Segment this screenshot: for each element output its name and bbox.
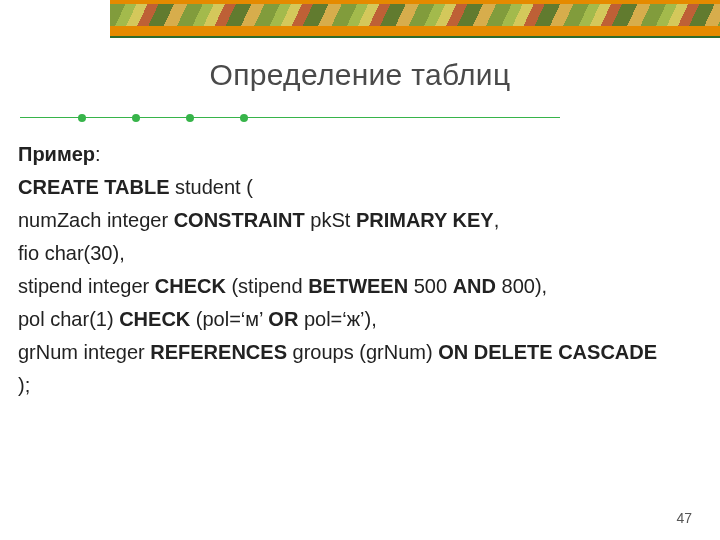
kw-constraint: CONSTRAINT [174, 209, 305, 231]
code-text: 500 [408, 275, 452, 297]
code-text: stipend integer [18, 275, 155, 297]
code-text: grNum integer [18, 341, 150, 363]
kw-on-delete-cascade: ON DELETE CASCADE [438, 341, 657, 363]
code-line: fio char(30), [18, 239, 698, 268]
code-line: ); [18, 371, 698, 400]
band-photo-strip [110, 4, 720, 26]
page-number: 47 [676, 510, 692, 526]
code-line: stipend integer CHECK (stipend BETWEEN 5… [18, 272, 698, 301]
slide-title: Определение таблиц [0, 58, 720, 92]
kw-primary-key: PRIMARY KEY [356, 209, 494, 231]
code-text: groups (grNum) [287, 341, 438, 363]
code-text: , [494, 209, 500, 231]
example-label: Пример [18, 143, 95, 165]
code-text: numZach integer [18, 209, 174, 231]
code-line: numZach integer CONSTRAINT pkSt PRIMARY … [18, 206, 698, 235]
code-text: (stipend [226, 275, 308, 297]
code-text: pkSt [305, 209, 356, 231]
code-text: student ( [169, 176, 252, 198]
divider-line [20, 117, 560, 118]
kw-check: CHECK [155, 275, 226, 297]
kw-and: AND [453, 275, 496, 297]
band-green-line [110, 36, 720, 38]
kw-check: CHECK [119, 308, 190, 330]
example-line: Пример: [18, 140, 698, 169]
code-line: pol char(1) CHECK (pol=‘м’ OR pol=‘ж’), [18, 305, 698, 334]
title-divider [20, 112, 560, 124]
code-text: pol char(1) [18, 308, 119, 330]
divider-bead [186, 114, 194, 122]
code-text: (pol=‘м’ [190, 308, 268, 330]
divider-bead [240, 114, 248, 122]
code-line: CREATE TABLE student ( [18, 173, 698, 202]
kw-create-table: CREATE TABLE [18, 176, 169, 198]
header-band [110, 0, 720, 36]
divider-bead [132, 114, 140, 122]
kw-between: BETWEEN [308, 275, 408, 297]
band-orange-bottom [110, 26, 720, 36]
divider-bead [78, 114, 86, 122]
code-text: 800), [496, 275, 547, 297]
code-text: pol=‘ж’), [298, 308, 376, 330]
slide-body: Пример: CREATE TABLE student ( numZach i… [18, 140, 698, 404]
kw-or: OR [268, 308, 298, 330]
kw-references: REFERENCES [150, 341, 287, 363]
code-line: grNum integer REFERENCES groups (grNum) … [18, 338, 698, 367]
